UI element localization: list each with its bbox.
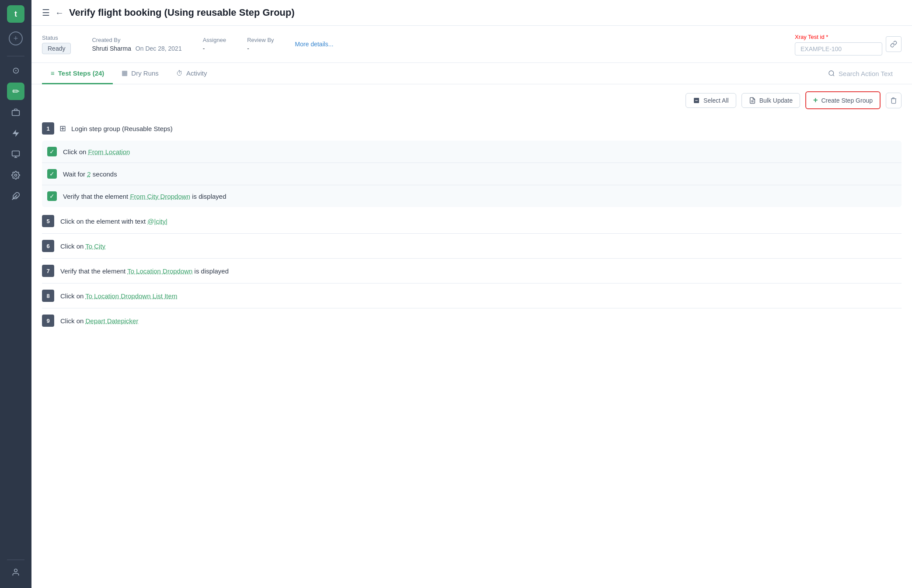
xray-input[interactable] (795, 42, 882, 55)
to-location-list-item-link[interactable]: To Location Dropdown List Item (85, 292, 177, 300)
status-section: Status Ready (42, 35, 71, 54)
tabs-row: ≡ Test Steps (24) ▦ Dry Runs ⏱ Activity … (31, 63, 912, 84)
step-checkbox-2[interactable]: ✓ (47, 169, 57, 179)
status-label: Status (42, 35, 71, 41)
step-row-8: 8 Click on To Location Dropdown List Ite… (42, 284, 902, 308)
depart-datepicker-link[interactable]: Depart Datepicker (86, 317, 139, 325)
from-city-dropdown-link[interactable]: From City Dropdown (130, 193, 190, 200)
svg-marker-1 (13, 130, 19, 137)
test-steps-label: Test Steps (24) (58, 69, 104, 77)
more-details-link[interactable]: More details... (295, 41, 334, 48)
step-checkbox-3[interactable]: ✓ (47, 191, 57, 201)
sidebar-divider (7, 56, 24, 56)
create-step-group-button[interactable]: + Create Step Group (805, 91, 881, 109)
svg-point-5 (15, 174, 17, 176)
to-location-dropdown-link[interactable]: To Location Dropdown (127, 267, 192, 275)
steps-list: 1 ⊞ Login step group (Reusable Steps) ✓ … (31, 116, 912, 333)
step-number-1: 1 (42, 122, 54, 135)
review-by-section: Review By - (247, 37, 274, 52)
bulk-update-label: Bulk Update (759, 97, 793, 104)
review-by-value: - (247, 45, 274, 52)
minus-square-icon (693, 97, 700, 104)
hamburger-icon[interactable]: ☰ (42, 7, 50, 18)
step-content-6: Click on To City (60, 242, 105, 250)
dry-runs-icon: ▦ (122, 69, 128, 77)
activity-icon: ⏱ (176, 69, 183, 77)
assignee-label: Assignee (203, 37, 226, 43)
app-logo[interactable]: t (7, 5, 24, 23)
select-all-button[interactable]: Select All (686, 93, 736, 108)
edit-icon[interactable]: ✏ (7, 83, 24, 100)
link-icon-button[interactable] (886, 36, 902, 52)
page-title: Verify flight booking (Using reusable St… (69, 7, 295, 18)
step-number-5: 5 (42, 215, 54, 227)
puzzle-icon[interactable] (7, 187, 24, 205)
step-row-7: 7 Verify that the element To Location Dr… (42, 259, 902, 284)
sidebar-bottom-divider (7, 560, 24, 560)
plus-group-icon: ⊞ (59, 124, 66, 133)
xray-label: Xray Test id * (795, 34, 828, 40)
step-text-1: Click on From Location (63, 148, 130, 156)
dry-runs-label: Dry Runs (131, 69, 159, 77)
step-row: ✓ Wait for 2 seconds (42, 163, 902, 185)
settings-gear-icon[interactable] (7, 166, 24, 184)
step-number-7: 7 (42, 265, 54, 277)
created-by-value: Shruti Sharma On Dec 28, 2021 (92, 45, 181, 52)
dashboard-icon[interactable]: ⊙ (7, 62, 24, 79)
from-location-link[interactable]: From Location (88, 148, 130, 156)
step-row-6: 6 Click on To City (42, 234, 902, 259)
step-number-9: 9 (42, 315, 54, 327)
wait-seconds-link[interactable]: 2 (87, 170, 91, 178)
step-row-5: 5 Click on the element with text @|city| (42, 209, 902, 234)
trash-icon (890, 97, 897, 104)
xray-label-container: Xray Test id * (795, 33, 882, 55)
activity-tab[interactable]: ⏱ Activity (167, 63, 216, 84)
meta-row: Status Ready Created By Shruti Sharma On… (31, 26, 912, 63)
search-placeholder-text: Search Action Text (839, 70, 893, 77)
checked-steps-group: ✓ Click on From Location ✓ Wait for 2 se… (42, 141, 902, 207)
add-button[interactable]: + (9, 31, 23, 45)
step-number-8: 8 (42, 290, 54, 302)
step-content-8: Click on To Location Dropdown List Item (60, 292, 177, 300)
main-content: ☰ ← Verify flight booking (Using reusabl… (31, 0, 912, 588)
city-link[interactable]: @|city| (147, 218, 167, 225)
monitor-icon[interactable] (7, 145, 24, 163)
assignee-value: - (203, 45, 226, 52)
assignee-section: Assignee - (203, 37, 226, 52)
create-group-label: Create Step Group (821, 97, 873, 104)
delete-button[interactable] (886, 93, 902, 108)
svg-rect-0 (12, 111, 20, 116)
dry-runs-tab[interactable]: ▦ Dry Runs (113, 63, 167, 84)
step-row: ✓ Click on From Location (42, 141, 902, 163)
search-tab[interactable]: Search Action Text (819, 64, 902, 83)
svg-rect-2 (12, 151, 20, 156)
search-icon (828, 70, 835, 77)
xray-section: Xray Test id * (795, 33, 902, 55)
sidebar: t + ⊙ ✏ (0, 0, 31, 588)
back-arrow-icon[interactable]: ← (55, 8, 64, 18)
test-steps-tab[interactable]: ≡ Test Steps (24) (42, 63, 113, 84)
status-badge: Ready (42, 43, 71, 54)
created-by-label: Created By (92, 37, 181, 43)
step-number-6: 6 (42, 240, 54, 252)
step-row-9: 9 Click on Depart Datepicker (42, 308, 902, 333)
step-text-2: Wait for 2 seconds (63, 170, 117, 178)
activity-label: Activity (186, 69, 207, 77)
to-city-link[interactable]: To City (85, 242, 105, 250)
svg-line-10 (833, 75, 834, 76)
briefcase-icon[interactable] (7, 104, 24, 121)
bulk-update-button[interactable]: Bulk Update (741, 93, 800, 108)
lightning-icon[interactable] (7, 125, 24, 142)
bulk-update-icon (749, 97, 756, 104)
step-row: ✓ Verify that the element From City Drop… (42, 185, 902, 207)
svg-point-8 (14, 569, 17, 572)
created-by-section: Created By Shruti Sharma On Dec 28, 2021 (92, 37, 181, 52)
group-label: Login step group (Reusable Steps) (71, 125, 173, 132)
person-icon[interactable] (7, 564, 24, 581)
steps-toolbar: Select All Bulk Update + Create Step Gro… (31, 84, 912, 116)
review-by-label: Review By (247, 37, 274, 43)
step-checkbox-1[interactable]: ✓ (47, 147, 57, 156)
step-content-9: Click on Depart Datepicker (60, 317, 138, 325)
app-container: t + ⊙ ✏ ☰ ← Ve (0, 0, 912, 588)
page-header: ☰ ← Verify flight booking (Using reusabl… (31, 0, 912, 26)
